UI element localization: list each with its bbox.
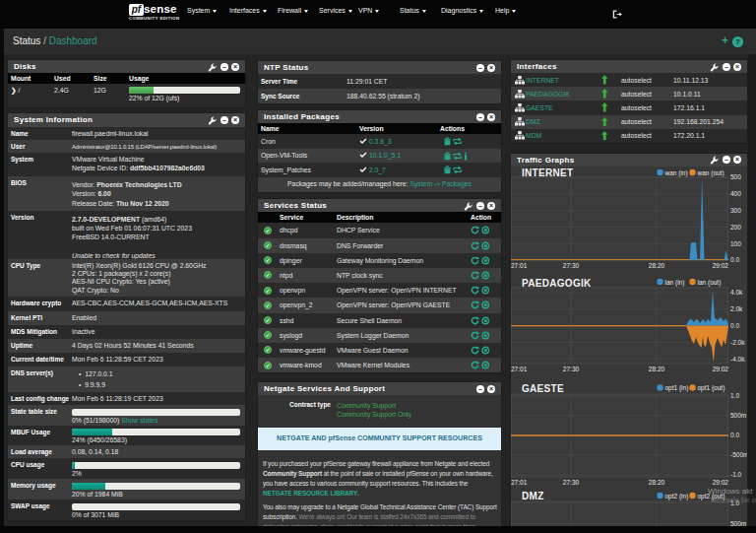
- svg-text:300: 300: [730, 207, 741, 214]
- svg-text:lan (out): lan (out): [698, 278, 722, 286]
- svg-text:28:20: 28:20: [649, 478, 665, 485]
- svg-text:2.0k: 2.0k: [730, 305, 743, 312]
- svg-text:wan (out): wan (out): [697, 168, 724, 176]
- svg-text:0.0: 0.0: [730, 322, 739, 329]
- svg-text:4.0k: 4.0k: [730, 289, 743, 296]
- svg-text:100: 100: [730, 239, 741, 246]
- svg-text:-1.0: -1.0: [730, 471, 742, 478]
- svg-text:GAESTE: GAESTE: [522, 382, 564, 393]
- svg-text:opt2 (in): opt2 (in): [665, 492, 689, 500]
- svg-text:27:30: 27:30: [563, 261, 580, 268]
- svg-text:500m: 500m: [730, 412, 746, 419]
- svg-text:1.0: 1.0: [730, 392, 739, 399]
- svg-text:29:02: 29:02: [713, 478, 729, 485]
- svg-text:27:01: 27:01: [511, 366, 528, 372]
- svg-text:27:30: 27:30: [563, 366, 580, 372]
- svg-text:-500m: -500m: [730, 451, 747, 458]
- svg-text:27:01: 27:01: [511, 478, 528, 485]
- svg-text:200: 200: [730, 224, 741, 231]
- svg-text:29:02: 29:02: [713, 261, 729, 268]
- svg-text:500: 500: [730, 173, 741, 180]
- svg-text:-2.0k: -2.0k: [730, 339, 745, 346]
- svg-text:28:20: 28:20: [649, 366, 665, 372]
- svg-text:27:30: 27:30: [563, 478, 580, 485]
- svg-text:lan (in): lan (in): [665, 278, 685, 286]
- svg-text:400: 400: [730, 190, 741, 197]
- svg-text:opt1 (out): opt1 (out): [698, 384, 725, 392]
- svg-text:opt1 (in): opt1 (in): [665, 384, 689, 392]
- svg-text:0.0: 0.0: [730, 256, 739, 263]
- svg-text:27:01: 27:01: [511, 261, 528, 268]
- svg-text:PAEDAGOGIK: PAEDAGOGIK: [522, 277, 592, 288]
- svg-text:INTERNET: INTERNET: [522, 167, 573, 178]
- svg-text:28:20: 28:20: [649, 261, 665, 268]
- svg-text:wan (in): wan (in): [664, 168, 688, 176]
- svg-text:29:02: 29:02: [713, 366, 729, 372]
- svg-text:DMZ: DMZ: [522, 491, 544, 501]
- svg-text:0.0: 0.0: [730, 432, 739, 438]
- svg-text:-4.0k: -4.0k: [730, 355, 745, 362]
